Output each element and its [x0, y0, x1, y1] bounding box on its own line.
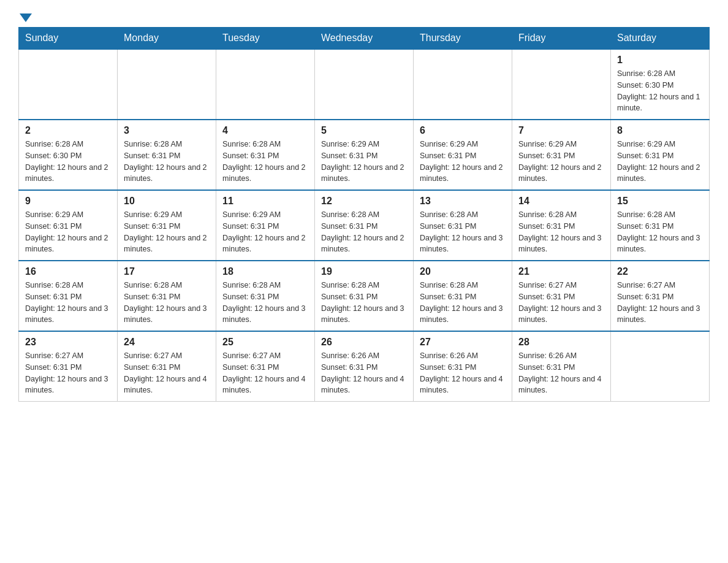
calendar-cell [216, 49, 315, 120]
calendar-cell: 5Sunrise: 6:29 AMSunset: 6:31 PMDaylight… [315, 120, 414, 190]
day-info: Sunrise: 6:27 AMSunset: 6:31 PMDaylight:… [124, 350, 210, 396]
day-info: Sunrise: 6:27 AMSunset: 6:31 PMDaylight:… [222, 350, 308, 396]
calendar-cell: 19Sunrise: 6:28 AMSunset: 6:31 PMDayligh… [315, 261, 414, 331]
weekday-header-thursday: Thursday [414, 28, 512, 50]
calendar-cell: 21Sunrise: 6:27 AMSunset: 6:31 PMDayligh… [512, 261, 611, 331]
day-info: Sunrise: 6:29 AMSunset: 6:31 PMDaylight:… [617, 139, 703, 185]
weekday-header-tuesday: Tuesday [216, 28, 315, 50]
day-number: 9 [25, 196, 111, 207]
day-info: Sunrise: 6:28 AMSunset: 6:31 PMDaylight:… [124, 280, 210, 326]
day-info: Sunrise: 6:28 AMSunset: 6:31 PMDaylight:… [518, 209, 604, 255]
calendar-cell: 11Sunrise: 6:29 AMSunset: 6:31 PMDayligh… [216, 190, 315, 261]
calendar-cell: 6Sunrise: 6:29 AMSunset: 6:31 PMDaylight… [414, 120, 512, 190]
day-info: Sunrise: 6:28 AMSunset: 6:31 PMDaylight:… [321, 209, 407, 255]
day-number: 8 [617, 125, 703, 136]
day-number: 15 [617, 196, 703, 207]
day-info: Sunrise: 6:29 AMSunset: 6:31 PMDaylight:… [25, 209, 111, 255]
week-row-3: 9Sunrise: 6:29 AMSunset: 6:31 PMDaylight… [19, 190, 710, 261]
day-number: 6 [420, 125, 506, 136]
day-info: Sunrise: 6:28 AMSunset: 6:31 PMDaylight:… [25, 280, 111, 326]
calendar-cell: 24Sunrise: 6:27 AMSunset: 6:31 PMDayligh… [118, 331, 216, 402]
calendar-cell: 16Sunrise: 6:28 AMSunset: 6:31 PMDayligh… [19, 261, 118, 331]
calendar-cell: 23Sunrise: 6:27 AMSunset: 6:31 PMDayligh… [19, 331, 118, 402]
calendar-cell: 20Sunrise: 6:28 AMSunset: 6:31 PMDayligh… [414, 261, 512, 331]
calendar-cell: 10Sunrise: 6:29 AMSunset: 6:31 PMDayligh… [118, 190, 216, 261]
day-info: Sunrise: 6:29 AMSunset: 6:31 PMDaylight:… [124, 209, 210, 255]
week-row-5: 23Sunrise: 6:27 AMSunset: 6:31 PMDayligh… [19, 331, 710, 402]
day-info: Sunrise: 6:29 AMSunset: 6:31 PMDaylight:… [420, 139, 506, 185]
weekday-header-wednesday: Wednesday [315, 28, 414, 50]
weekday-header-row: SundayMondayTuesdayWednesdayThursdayFrid… [19, 28, 710, 50]
day-number: 16 [25, 266, 111, 277]
day-number: 26 [321, 337, 407, 348]
day-number: 10 [124, 196, 210, 207]
day-info: Sunrise: 6:27 AMSunset: 6:31 PMDaylight:… [518, 280, 604, 326]
calendar-cell [19, 49, 118, 120]
calendar-cell: 28Sunrise: 6:26 AMSunset: 6:31 PMDayligh… [512, 331, 611, 402]
day-number: 11 [222, 196, 308, 207]
day-number: 21 [518, 266, 604, 277]
calendar-table: SundayMondayTuesdayWednesdayThursdayFrid… [18, 27, 710, 402]
calendar-cell [414, 49, 512, 120]
day-info: Sunrise: 6:28 AMSunset: 6:31 PMDaylight:… [124, 139, 210, 185]
week-row-4: 16Sunrise: 6:28 AMSunset: 6:31 PMDayligh… [19, 261, 710, 331]
day-info: Sunrise: 6:28 AMSunset: 6:31 PMDaylight:… [617, 209, 703, 255]
day-info: Sunrise: 6:27 AMSunset: 6:31 PMDaylight:… [617, 280, 703, 326]
day-info: Sunrise: 6:28 AMSunset: 6:31 PMDaylight:… [222, 280, 308, 326]
day-number: 5 [321, 125, 407, 136]
calendar-cell: 18Sunrise: 6:28 AMSunset: 6:31 PMDayligh… [216, 261, 315, 331]
day-number: 4 [222, 125, 308, 136]
logo-arrow-icon [20, 13, 32, 22]
calendar-cell: 26Sunrise: 6:26 AMSunset: 6:31 PMDayligh… [315, 331, 414, 402]
page-header [18, 12, 710, 21]
day-number: 28 [518, 337, 604, 348]
day-info: Sunrise: 6:29 AMSunset: 6:31 PMDaylight:… [518, 139, 604, 185]
weekday-header-saturday: Saturday [611, 28, 710, 50]
day-info: Sunrise: 6:27 AMSunset: 6:31 PMDaylight:… [25, 350, 111, 396]
day-number: 13 [420, 196, 506, 207]
day-info: Sunrise: 6:28 AMSunset: 6:31 PMDaylight:… [420, 209, 506, 255]
calendar-cell: 8Sunrise: 6:29 AMSunset: 6:31 PMDaylight… [611, 120, 710, 190]
day-info: Sunrise: 6:26 AMSunset: 6:31 PMDaylight:… [321, 350, 407, 396]
calendar-cell: 9Sunrise: 6:29 AMSunset: 6:31 PMDaylight… [19, 190, 118, 261]
calendar-cell: 4Sunrise: 6:28 AMSunset: 6:31 PMDaylight… [216, 120, 315, 190]
day-number: 2 [25, 125, 111, 136]
week-row-1: 1Sunrise: 6:28 AMSunset: 6:30 PMDaylight… [19, 49, 710, 120]
calendar-cell: 2Sunrise: 6:28 AMSunset: 6:30 PMDaylight… [19, 120, 118, 190]
logo [18, 12, 33, 21]
calendar-cell [315, 49, 414, 120]
calendar-cell: 1Sunrise: 6:28 AMSunset: 6:30 PMDaylight… [611, 49, 710, 120]
calendar-cell: 7Sunrise: 6:29 AMSunset: 6:31 PMDaylight… [512, 120, 611, 190]
day-number: 3 [124, 125, 210, 136]
calendar-cell: 12Sunrise: 6:28 AMSunset: 6:31 PMDayligh… [315, 190, 414, 261]
day-info: Sunrise: 6:28 AMSunset: 6:31 PMDaylight:… [321, 280, 407, 326]
day-number: 7 [518, 125, 604, 136]
day-info: Sunrise: 6:26 AMSunset: 6:31 PMDaylight:… [518, 350, 604, 396]
day-number: 12 [321, 196, 407, 207]
day-number: 19 [321, 266, 407, 277]
day-info: Sunrise: 6:26 AMSunset: 6:31 PMDaylight:… [420, 350, 506, 396]
day-number: 14 [518, 196, 604, 207]
day-info: Sunrise: 6:28 AMSunset: 6:31 PMDaylight:… [420, 280, 506, 326]
calendar-cell: 17Sunrise: 6:28 AMSunset: 6:31 PMDayligh… [118, 261, 216, 331]
weekday-header-sunday: Sunday [19, 28, 118, 50]
calendar-cell [512, 49, 611, 120]
calendar-cell: 3Sunrise: 6:28 AMSunset: 6:31 PMDaylight… [118, 120, 216, 190]
calendar-cell [118, 49, 216, 120]
calendar-cell: 15Sunrise: 6:28 AMSunset: 6:31 PMDayligh… [611, 190, 710, 261]
day-info: Sunrise: 6:28 AMSunset: 6:30 PMDaylight:… [617, 68, 703, 114]
weekday-header-monday: Monday [118, 28, 216, 50]
day-number: 1 [617, 55, 703, 66]
day-number: 25 [222, 337, 308, 348]
calendar-cell: 27Sunrise: 6:26 AMSunset: 6:31 PMDayligh… [414, 331, 512, 402]
day-number: 20 [420, 266, 506, 277]
week-row-2: 2Sunrise: 6:28 AMSunset: 6:30 PMDaylight… [19, 120, 710, 190]
calendar-cell: 22Sunrise: 6:27 AMSunset: 6:31 PMDayligh… [611, 261, 710, 331]
day-number: 18 [222, 266, 308, 277]
day-number: 23 [25, 337, 111, 348]
day-number: 22 [617, 266, 703, 277]
day-number: 17 [124, 266, 210, 277]
day-number: 24 [124, 337, 210, 348]
day-info: Sunrise: 6:29 AMSunset: 6:31 PMDaylight:… [222, 209, 308, 255]
day-number: 27 [420, 337, 506, 348]
